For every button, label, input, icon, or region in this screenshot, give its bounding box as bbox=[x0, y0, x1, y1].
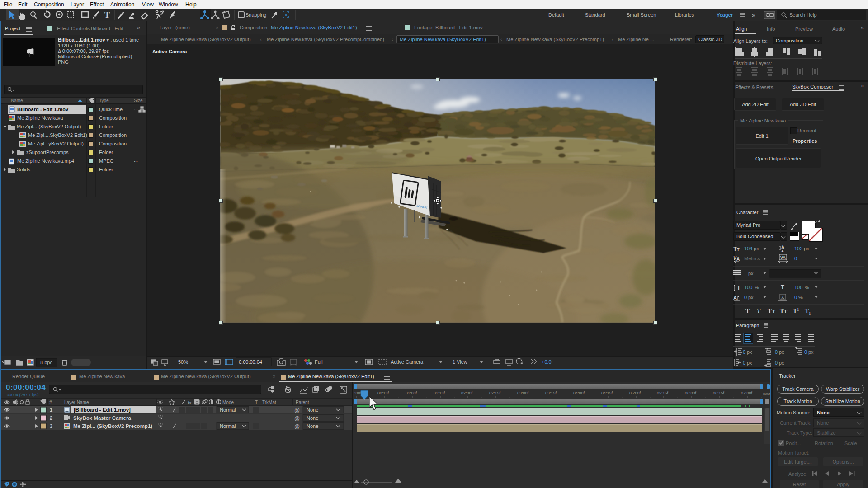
svg-text:T: T bbox=[737, 247, 740, 252]
svg-text:06:15f: 06:15f bbox=[713, 391, 725, 395]
svg-text:T: T bbox=[733, 245, 737, 252]
svg-text:A: A bbox=[781, 249, 784, 253]
svg-text:[Billboard - Edit 1.mov]: [Billboard - Edit 1.mov] bbox=[74, 407, 131, 413]
svg-text:102: 102 bbox=[794, 246, 802, 251]
svg-text:px: px bbox=[808, 349, 814, 355]
svg-text:Normal: Normal bbox=[220, 423, 236, 429]
svg-text:3: 3 bbox=[50, 423, 52, 429]
svg-text:@: @ bbox=[294, 407, 300, 413]
svg-text:T1: T1 bbox=[793, 308, 799, 314]
svg-text:100: 100 bbox=[794, 285, 802, 290]
svg-text:Full: Full bbox=[315, 359, 323, 365]
svg-text:0: 0 bbox=[775, 360, 778, 366]
svg-text:px: px bbox=[748, 271, 754, 276]
svg-text:04:15f: 04:15f bbox=[601, 391, 613, 395]
svg-text:Search Help: Search Help bbox=[789, 12, 817, 18]
svg-text:Me Zipl... (SkyBoxV2 Precomp1): Me Zipl... (SkyBoxV2 Precomp1) bbox=[73, 423, 152, 429]
svg-text:05:00f: 05:00f bbox=[629, 391, 641, 395]
svg-text:px: px bbox=[779, 360, 784, 366]
svg-text:@: @ bbox=[294, 423, 300, 430]
svg-text:%: % bbox=[755, 285, 759, 290]
svg-text:05:15f: 05:15f bbox=[657, 391, 669, 395]
svg-text:0: 0 bbox=[794, 256, 797, 261]
svg-text:人: 人 bbox=[781, 295, 785, 300]
svg-text:None: None bbox=[307, 407, 318, 413]
svg-text:px: px bbox=[804, 246, 809, 251]
svg-text:px: px bbox=[754, 246, 759, 251]
svg-text:SkyBox Master Camera: SkyBox Master Camera bbox=[73, 415, 131, 421]
svg-text:px: px bbox=[747, 360, 752, 366]
svg-text:T: T bbox=[104, 10, 110, 19]
svg-text:%: % bbox=[798, 295, 803, 300]
svg-text:03:15f: 03:15f bbox=[545, 391, 557, 395]
svg-text:0: 0 bbox=[804, 349, 807, 355]
svg-text:None: None bbox=[307, 423, 318, 429]
svg-text:100: 100 bbox=[744, 285, 752, 290]
svg-text:Snapping: Snapping bbox=[245, 12, 267, 18]
svg-text:07:00f: 07:00f bbox=[741, 391, 753, 395]
svg-text:1 View: 1 View bbox=[453, 359, 467, 365]
svg-text:T: T bbox=[255, 400, 258, 405]
svg-text:Metrics: Metrics bbox=[744, 256, 760, 261]
svg-text:01:15f: 01:15f bbox=[434, 391, 445, 395]
svg-text:T: T bbox=[745, 308, 750, 314]
svg-text:fx: fx bbox=[188, 400, 192, 405]
svg-text:0: 0 bbox=[743, 360, 745, 366]
svg-text:@: @ bbox=[294, 415, 300, 422]
svg-text:Active Camera: Active Camera bbox=[391, 359, 424, 365]
svg-text:A: A bbox=[733, 295, 737, 300]
svg-text:Libraries: Libraries bbox=[675, 12, 694, 18]
svg-text:px: px bbox=[748, 295, 754, 300]
svg-text:»: » bbox=[752, 12, 755, 19]
svg-text:104: 104 bbox=[744, 246, 752, 251]
svg-text:None: None bbox=[307, 415, 318, 421]
svg-text:0: 0 bbox=[775, 349, 778, 355]
svg-text:T1: T1 bbox=[805, 308, 811, 316]
svg-text:+0.0: +0.0 bbox=[542, 359, 552, 365]
svg-text:06:00f: 06:00f bbox=[685, 391, 697, 395]
svg-text:Default: Default bbox=[548, 12, 564, 18]
svg-text:Mode: Mode bbox=[222, 400, 234, 405]
svg-text:01:00f: 01:00f bbox=[406, 391, 417, 395]
svg-text:0: 0 bbox=[743, 349, 745, 355]
svg-text:02:00f: 02:00f bbox=[461, 391, 473, 395]
svg-text:0:00:00:04: 0:00:00:04 bbox=[239, 359, 262, 365]
svg-text:Standard: Standard bbox=[585, 12, 605, 18]
svg-text:02:15f: 02:15f bbox=[489, 391, 501, 395]
svg-text:Yeager: Yeager bbox=[717, 12, 733, 18]
svg-text:0: 0 bbox=[744, 295, 747, 300]
svg-text:T: T bbox=[781, 284, 784, 291]
svg-text:03:00f: 03:00f bbox=[517, 391, 529, 395]
svg-text:px: px bbox=[747, 349, 752, 355]
svg-text:Normal: Normal bbox=[220, 407, 236, 413]
svg-text:TrkMat: TrkMat bbox=[262, 400, 276, 405]
svg-text:TT: TT bbox=[768, 308, 775, 314]
svg-text:1: 1 bbox=[50, 407, 52, 413]
svg-text:T: T bbox=[757, 308, 761, 314]
svg-text:-: - bbox=[744, 271, 746, 276]
svg-text:Layer Name: Layer Name bbox=[64, 400, 89, 405]
svg-text:VA: VA bbox=[780, 255, 786, 260]
svg-text:8 bpc: 8 bpc bbox=[40, 360, 52, 365]
svg-text:50%: 50% bbox=[178, 359, 188, 365]
svg-text:%: % bbox=[805, 285, 809, 290]
svg-text:px: px bbox=[779, 349, 784, 355]
svg-text:04:00f: 04:00f bbox=[573, 391, 585, 395]
svg-text:0: 0 bbox=[794, 295, 797, 300]
svg-text:A: A bbox=[736, 257, 740, 262]
svg-text:TT: TT bbox=[780, 308, 787, 314]
svg-text:2: 2 bbox=[50, 415, 52, 421]
svg-text:00:15f: 00:15f bbox=[377, 391, 389, 395]
svg-text:#: # bbox=[49, 400, 52, 405]
svg-text:T: T bbox=[737, 284, 741, 291]
svg-text:Small Screen: Small Screen bbox=[627, 12, 656, 18]
svg-text:Parent: Parent bbox=[296, 400, 309, 405]
